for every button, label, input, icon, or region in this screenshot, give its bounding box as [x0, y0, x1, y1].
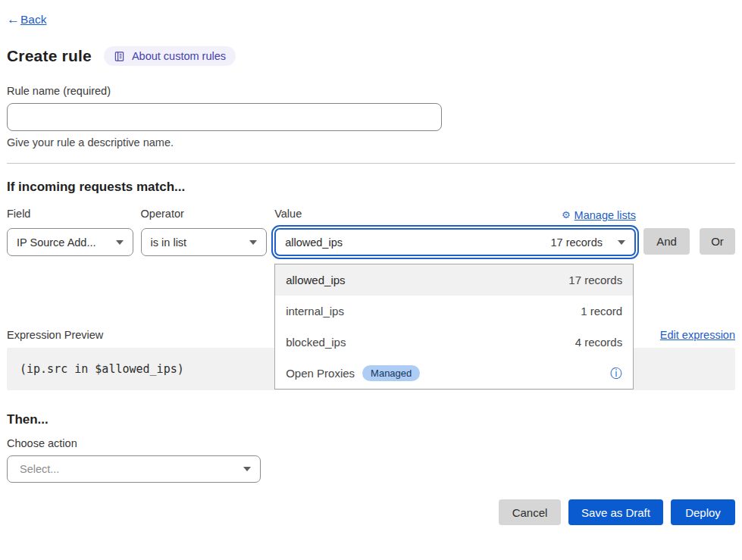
operator-label: Operator — [141, 208, 268, 222]
expression-preview-label: Expression Preview — [7, 329, 103, 341]
value-label: Value — [274, 208, 302, 222]
field-column: Field IP Source Add... — [7, 208, 133, 256]
list-name: Open Proxies — [286, 367, 355, 380]
about-custom-rules-link[interactable]: About custom rules — [104, 46, 236, 66]
back-link[interactable]: ←Back — [7, 12, 46, 27]
about-pill-label: About custom rules — [132, 50, 226, 62]
open-proxies-left: Open Proxies Managed — [286, 365, 420, 381]
rule-name-input[interactable] — [7, 103, 442, 131]
match-section-heading: If incoming requests match... — [7, 180, 735, 195]
list-name: allowed_ips — [286, 274, 345, 286]
deploy-button[interactable]: Deploy — [671, 499, 735, 525]
rule-name-helper: Give your rule a descriptive name. — [7, 136, 735, 149]
value-select-right: 17 records — [551, 236, 626, 249]
value-select[interactable]: allowed_ips 17 records — [274, 228, 636, 256]
chevron-down-icon — [618, 240, 625, 245]
page-title: Create rule — [7, 47, 92, 65]
dropdown-item-open-proxies[interactable]: Open Proxies Managed ⓘ — [275, 358, 633, 389]
value-dropdown-panel: allowed_ips 17 records internal_ips 1 re… — [274, 264, 634, 389]
action-select-placeholder: Select... — [20, 463, 59, 475]
condition-row: Field IP Source Add... Operator is in li… — [7, 208, 735, 256]
chevron-down-icon — [249, 240, 257, 245]
choose-action-label: Choose action — [7, 437, 735, 449]
list-record-count: 4 records — [575, 336, 623, 349]
list-name: internal_ips — [286, 305, 344, 318]
rule-name-label: Rule name (required) — [7, 85, 735, 97]
operator-select-value: is in list — [151, 236, 187, 249]
then-section-heading: Then... — [7, 412, 735, 427]
dropdown-item-blocked-ips[interactable]: blocked_ips 4 records — [275, 327, 633, 358]
field-select[interactable]: IP Source Add... — [7, 228, 133, 256]
back-link-label: Back — [20, 13, 46, 27]
and-or-buttons: And Or — [643, 208, 735, 256]
field-label: Field — [7, 208, 133, 222]
gear-icon: ⚙ — [562, 209, 571, 221]
and-button[interactable]: And — [643, 228, 690, 255]
dropdown-item-internal-ips[interactable]: internal_ips 1 record — [275, 296, 633, 327]
save-as-draft-button[interactable]: Save as Draft — [568, 499, 663, 525]
field-select-value: IP Source Add... — [17, 236, 96, 249]
value-label-row: Value ⚙ Manage lists — [274, 208, 636, 222]
list-record-count: 1 record — [581, 305, 622, 318]
value-select-selected: allowed_ips — [285, 236, 343, 249]
dropdown-item-allowed-ips[interactable]: allowed_ips 17 records — [275, 264, 633, 296]
action-select[interactable]: Select... — [7, 455, 261, 483]
value-select-records: 17 records — [551, 236, 603, 249]
managed-badge: Managed — [362, 365, 420, 381]
operator-select[interactable]: is in list — [141, 228, 268, 256]
title-row: Create rule About custom rules — [7, 46, 735, 66]
expression-code: (ip.src in $allowed_ips) — [20, 362, 184, 376]
info-icon[interactable]: ⓘ — [610, 368, 622, 380]
cancel-button[interactable]: Cancel — [499, 499, 561, 525]
book-icon — [114, 51, 125, 62]
back-arrow-icon: ← — [7, 12, 20, 27]
or-button[interactable]: Or — [700, 228, 735, 255]
manage-lists-label: Manage lists — [575, 209, 636, 221]
back-row: ←Back — [7, 0, 735, 27]
chevron-down-icon — [243, 467, 251, 471]
chevron-down-icon — [116, 240, 124, 245]
edit-expression-link[interactable]: Edit expression — [660, 329, 735, 341]
list-name: blocked_ips — [286, 336, 346, 349]
operator-column: Operator is in list — [141, 208, 268, 256]
list-record-count: 17 records — [568, 274, 622, 286]
footer-actions: Cancel Save as Draft Deploy — [7, 499, 735, 525]
value-column: Value ⚙ Manage lists allowed_ips 17 reco… — [274, 208, 636, 256]
manage-lists-link[interactable]: ⚙ Manage lists — [562, 209, 636, 221]
create-rule-page: ←Back Create rule About custom rules Rul… — [0, 0, 742, 560]
section-divider — [7, 163, 735, 164]
